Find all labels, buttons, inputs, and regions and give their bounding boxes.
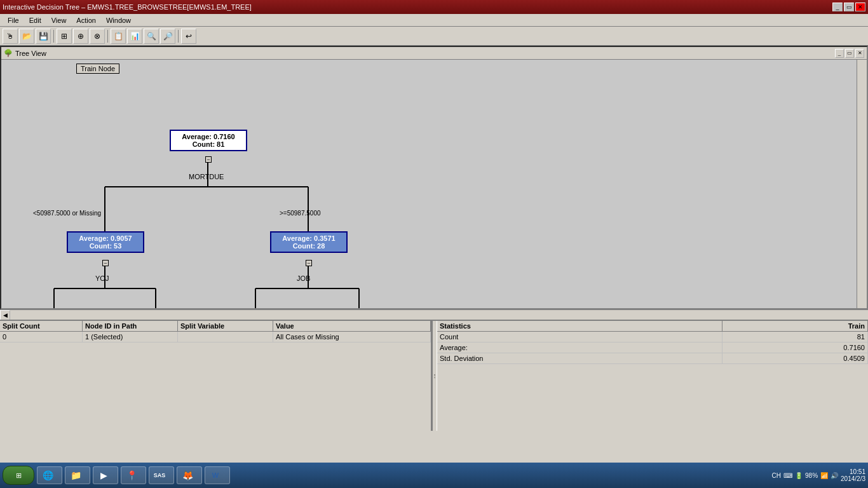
col-value: Value: [273, 321, 431, 331]
keyboard-icon: ⌨: [783, 472, 792, 479]
menu-window[interactable]: Window: [101, 14, 136, 26]
cell-split-var: [178, 332, 273, 342]
tree-view-title: Tree View: [15, 50, 46, 57]
toolbar-btn-7[interactable]: 📋: [111, 29, 126, 44]
toolbar-btn-10[interactable]: 🔎: [160, 29, 175, 44]
taskbar-right: CH ⌨ 🔋 98% 📶 🔊 10:51 2014/2/3: [772, 468, 865, 482]
taskbar-maps[interactable]: 📍: [121, 466, 146, 484]
left-count: Count: 53: [72, 242, 139, 250]
vertical-splitter[interactable]: ⋮: [432, 321, 437, 431]
stats-cell-avg-val: 0.7160: [722, 342, 868, 353]
stats-cell-count-val: 81: [722, 332, 868, 342]
table-row[interactable]: 0 1 (Selected) All Cases or Missing: [0, 332, 431, 342]
tv-close[interactable]: ✕: [855, 49, 864, 58]
toolbar-btn-6[interactable]: ⊗: [90, 29, 105, 44]
right-avg: Average: 0.3571: [275, 234, 342, 242]
menu-bar: File Edit View Action Window: [0, 14, 868, 27]
close-button[interactable]: ✕: [855, 3, 865, 11]
root-minus[interactable]: −: [205, 156, 212, 163]
restore-button[interactable]: ▭: [844, 3, 854, 11]
toolbar-btn-2[interactable]: 📂: [19, 29, 34, 44]
taskbar-word[interactable]: W: [205, 466, 230, 484]
right-split-var: JOB: [297, 274, 310, 282]
cell-split-count: 0: [0, 332, 83, 342]
train-node-label: Train Node: [76, 64, 119, 74]
ie-icon: 🌐: [41, 469, 54, 482]
menu-edit[interactable]: Edit: [24, 14, 46, 26]
left-minus[interactable]: −: [102, 260, 109, 266]
cell-node-id: 1 (Selected): [83, 332, 178, 342]
title-bar: Interactive Decision Tree – EMWS1.TREE_B…: [0, 0, 868, 14]
col-node-id: Node ID in Path: [83, 321, 178, 331]
toolbar-btn-11[interactable]: ↩: [181, 29, 196, 44]
tv-minimize[interactable]: _: [835, 49, 844, 58]
left-bottom-panel: Split Count Node ID in Path Split Variab…: [0, 321, 432, 431]
main-area: 🌳 Tree View _ ▭ ✕: [0, 46, 868, 469]
tree-canvas[interactable]: Train Node Average: 0.7160 Count: 81 − M…: [1, 60, 867, 308]
taskbar-media[interactable]: ▶: [93, 466, 118, 484]
stats-cell-count-label: Count: [437, 332, 722, 342]
left-split-var: YOJ: [95, 274, 109, 282]
clock: 10:51 2014/2/3: [841, 468, 865, 482]
right-minus[interactable]: −: [306, 260, 312, 266]
battery-percent: 98%: [805, 472, 818, 479]
window-controls: _ ▭ ✕: [832, 3, 865, 11]
lang-indicator: CH: [772, 472, 781, 479]
firefox-icon: 🦊: [181, 469, 194, 482]
scrollbar-vertical[interactable]: [857, 60, 867, 308]
tree-lines-svg: [1, 60, 446, 308]
tree-view-container: 🌳 Tree View _ ▭ ✕: [0, 46, 868, 309]
battery-icon: 🔋: [795, 472, 803, 479]
toolbar-btn-8[interactable]: 📊: [127, 29, 142, 44]
tree-icon: 🌳: [4, 49, 13, 57]
col-split-count: Split Count: [0, 321, 83, 331]
col-split-var: Split Variable: [178, 321, 273, 331]
volume-icon: 🔊: [831, 472, 838, 479]
left-branch-label: <50987.5000 or Missing: [33, 210, 101, 217]
clock-date: 2014/2/3: [841, 475, 865, 482]
stats-header: Statistics Train: [437, 321, 868, 332]
start-button[interactable]: ⊞: [3, 466, 34, 485]
toolbar-btn-3[interactable]: 💾: [36, 29, 51, 44]
clock-time: 10:51: [841, 468, 865, 475]
menu-file[interactable]: File: [3, 14, 24, 26]
explorer-icon: 📁: [69, 469, 82, 482]
root-avg: Average: 0.7160: [175, 133, 242, 140]
taskbar-ie[interactable]: 🌐: [37, 466, 62, 484]
taskbar-sas[interactable]: SAS: [149, 466, 174, 484]
left-node[interactable]: Average: 0.9057 Count: 53: [67, 231, 144, 253]
menu-action[interactable]: Action: [71, 14, 101, 26]
toolbar-btn-1[interactable]: 🖱: [3, 29, 18, 44]
tree-inner: Train Node Average: 0.7160 Count: 81 − M…: [1, 60, 446, 308]
taskbar-explorer[interactable]: 📁: [65, 466, 90, 484]
stats-cell-std-label: Std. Deviation: [437, 353, 722, 363]
root-node[interactable]: Average: 0.7160 Count: 81: [170, 130, 247, 151]
toolbar-btn-4[interactable]: ⊞: [57, 29, 72, 44]
tree-view-header: 🌳 Tree View _ ▭ ✕: [1, 47, 867, 60]
menu-view[interactable]: View: [46, 14, 72, 26]
window-title: Interactive Decision Tree – EMWS1.TREE_B…: [3, 3, 252, 11]
network-icon: 📶: [820, 472, 828, 479]
toolbar-btn-9[interactable]: 🔍: [144, 29, 159, 44]
taskbar: ⊞ 🌐 📁 ▶ 📍 SAS 🦊 W CH ⌨ 🔋 98% 📶 🔊 10:51 2…: [0, 463, 868, 488]
toolbar: 🖱 📂 💾 ⊞ ⊕ ⊗ 📋 📊 🔍 🔎 ↩: [0, 27, 868, 46]
root-count: Count: 81: [175, 140, 242, 148]
cell-value: All Cases or Missing: [273, 332, 431, 342]
toolbar-btn-5[interactable]: ⊕: [73, 29, 88, 44]
right-node[interactable]: Average: 0.3571 Count: 28: [270, 231, 348, 253]
word-icon: W: [209, 469, 222, 482]
scroll-left-arrow[interactable]: ◀: [0, 310, 10, 320]
toolbar-separator-1: [53, 30, 54, 43]
right-bottom-panel: Statistics Train Count 81 Average: 0.716…: [437, 321, 868, 431]
right-branch-label: >=50987.5000: [280, 210, 321, 217]
stats-col-train: Train: [722, 321, 868, 331]
bottom-area: Split Count Node ID in Path Split Variab…: [0, 320, 868, 431]
minimize-button[interactable]: _: [832, 3, 843, 11]
table-header: Split Count Node ID in Path Split Variab…: [0, 321, 431, 332]
stats-row-std: Std. Deviation 0.4509: [437, 353, 868, 364]
tv-restore[interactable]: ▭: [845, 49, 854, 58]
sas-icon: SAS: [153, 469, 166, 482]
stats-body: Count 81 Average: 0.7160 Std. Deviation …: [437, 332, 868, 364]
taskbar-firefox[interactable]: 🦊: [177, 466, 202, 484]
root-split-var: MORTDUE: [189, 173, 224, 180]
